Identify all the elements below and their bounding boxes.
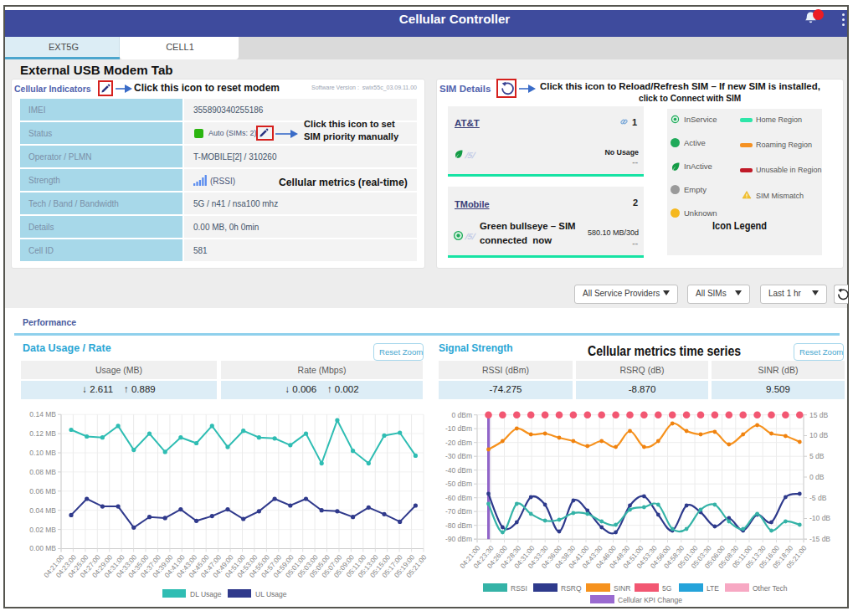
svg-text:5 dB: 5 dB xyxy=(809,452,825,460)
svg-text:-60 dBm: -60 dBm xyxy=(445,494,472,502)
svg-text:0.08 MB: 0.08 MB xyxy=(29,468,56,476)
svg-text:0.06 MB: 0.06 MB xyxy=(29,487,56,495)
svg-text:10 dB: 10 dB xyxy=(809,431,829,439)
svg-text:0.02 MB: 0.02 MB xyxy=(29,526,56,534)
svg-text:-50 dBm: -50 dBm xyxy=(445,480,472,488)
svg-text:0 dB: 0 dB xyxy=(809,473,825,481)
svg-text:0.00 MB: 0.00 MB xyxy=(29,544,56,552)
svg-text:-15 dB: -15 dB xyxy=(809,535,830,543)
svg-text:-40 dBm: -40 dBm xyxy=(445,466,472,475)
svg-text:0.12 MB: 0.12 MB xyxy=(29,429,56,438)
svg-text:0.10 MB: 0.10 MB xyxy=(29,449,56,457)
svg-text:-90 dBm: -90 dBm xyxy=(445,535,472,543)
svg-text:-20 dBm: -20 dBm xyxy=(445,439,472,447)
svg-text:0.04 MB: 0.04 MB xyxy=(29,506,56,515)
svg-text:15 dB: 15 dB xyxy=(809,411,829,419)
svg-text:-10 dB: -10 dB xyxy=(809,514,830,522)
svg-text:-5 dB: -5 dB xyxy=(809,494,827,502)
svg-text:-30 dBm: -30 dBm xyxy=(445,452,472,460)
svg-text:-80 dBm: -80 dBm xyxy=(445,521,472,530)
svg-text:-70 dBm: -70 dBm xyxy=(445,507,472,516)
svg-text:0 dBm: 0 dBm xyxy=(451,411,472,419)
svg-text:0.14 MB: 0.14 MB xyxy=(29,410,56,418)
svg-text:-10 dBm: -10 dBm xyxy=(445,424,472,433)
